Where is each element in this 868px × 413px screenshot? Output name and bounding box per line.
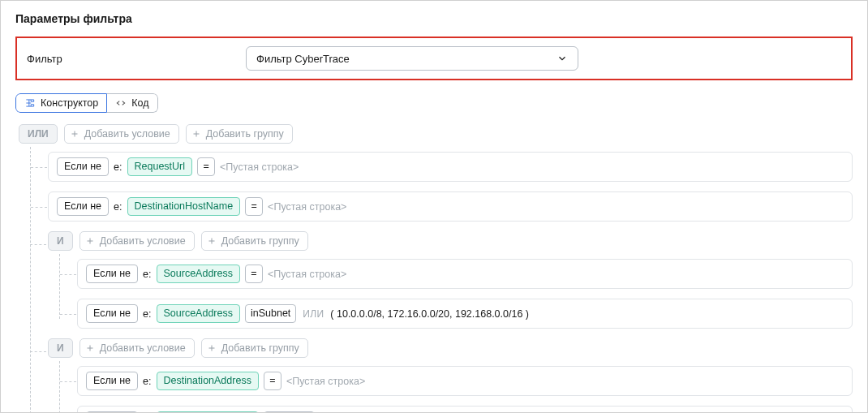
operator-chip[interactable]: = (197, 157, 215, 176)
condition-row[interactable]: Если неe:SourceAddressinSubnetИЛИ( 10.0.… (77, 299, 853, 329)
logic-chip[interactable]: И (48, 338, 73, 358)
rules-container: Если неe:DestinationAddress=<Пустая стро… (48, 366, 853, 413)
if-not-chip[interactable]: Если не (57, 157, 109, 176)
if-not-chip[interactable]: Если не (86, 265, 138, 283)
group-header: ИДобавить условиеДобавить группу (48, 338, 853, 358)
chevron-down-icon (556, 53, 568, 64)
add-condition-button[interactable]: Добавить условие (64, 124, 179, 144)
field-chip[interactable]: SourceAddress (157, 304, 240, 323)
add-group-button[interactable]: Добавить группу (201, 338, 308, 358)
plus-icon (70, 129, 79, 139)
logic-chip[interactable]: ИЛИ (19, 124, 58, 144)
empty-value-placeholder: <Пустая строка> (220, 161, 299, 173)
if-not-chip[interactable]: Если не (57, 197, 109, 216)
add-group-button[interactable]: Добавить группу (201, 231, 308, 251)
operator-chip[interactable]: = (245, 197, 263, 216)
tab-constructor[interactable]: Конструктор (15, 93, 107, 113)
rule-builder: ИЛИДобавить условиеДобавить группуЕсли н… (15, 124, 853, 413)
e-label: e: (114, 161, 122, 173)
tree-icon (24, 97, 36, 109)
field-chip[interactable]: SourceAddress (157, 265, 240, 283)
field-chip[interactable]: RequestUrl (127, 157, 193, 176)
operator-chip[interactable]: = (264, 372, 281, 390)
e-label: e: (143, 376, 151, 387)
add-condition-label: Добавить условие (100, 342, 186, 354)
rules-container: Если неe:RequestUrl=<Пустая строка>Если … (19, 152, 853, 413)
filter-select[interactable]: Фильтр CyberTrace (246, 46, 578, 71)
group-header: ИЛИДобавить условиеДобавить группу (19, 124, 853, 144)
filter-select-highlight: Фильтр Фильтр CyberTrace (15, 37, 853, 80)
condition-row[interactable]: Если неe:SourceAddress=<Пустая строка> (77, 259, 853, 289)
condition-row[interactable]: Если неe:DestinationAddressinSubnetИЛИ( … (77, 406, 853, 413)
filter-select-value: Фильтр CyberTrace (256, 53, 350, 65)
operator-chip[interactable]: = (245, 265, 263, 283)
tab-code-label: Код (131, 97, 148, 109)
tab-code[interactable]: Код (107, 93, 157, 113)
plus-icon (85, 343, 95, 353)
operator-chip[interactable]: inSubnet (245, 304, 296, 323)
add-group-label: Добавить группу (206, 128, 284, 140)
condition-group: ИДобавить условиеДобавить группуЕсли неe… (48, 231, 853, 329)
filter-params-panel: Параметры фильтра Фильтр Фильтр CyberTra… (0, 0, 868, 413)
add-group-label: Добавить группу (221, 342, 299, 354)
add-condition-label: Добавить условие (84, 128, 170, 140)
if-not-chip[interactable]: Если не (86, 372, 138, 390)
add-condition-button[interactable]: Добавить условие (79, 231, 195, 251)
field-chip[interactable]: DestinationAddress (157, 372, 259, 390)
condition-row[interactable]: Если неe:DestinationHostName=<Пустая стр… (48, 191, 853, 222)
plus-icon (85, 236, 95, 246)
condition-group: ИДобавить условиеДобавить группуЕсли неe… (48, 338, 853, 413)
add-condition-label: Добавить условие (100, 235, 186, 247)
plus-icon (191, 129, 201, 139)
logic-chip[interactable]: И (48, 231, 73, 251)
add-condition-button[interactable]: Добавить условие (79, 338, 195, 358)
code-icon (115, 97, 127, 109)
add-group-label: Добавить группу (221, 235, 299, 247)
rules-container: Если неe:SourceAddress=<Пустая строка>Ес… (48, 259, 853, 329)
filter-field-label: Фильтр (27, 53, 213, 65)
field-chip[interactable]: DestinationHostName (127, 197, 241, 216)
e-label: e: (143, 308, 151, 320)
if-not-chip[interactable]: Если не (86, 304, 138, 323)
e-label: e: (143, 269, 151, 280)
condition-row[interactable]: Если неe:RequestUrl=<Пустая строка> (48, 152, 853, 182)
tab-constructor-label: Конструктор (41, 97, 98, 109)
group-header: ИДобавить условиеДобавить группу (48, 231, 853, 251)
empty-value-placeholder: <Пустая строка> (286, 376, 365, 387)
value-text: ( 10.0.0.0/8, 172.16.0.0/20, 192.168.0.0… (330, 308, 529, 320)
empty-value-placeholder: <Пустая строка> (268, 269, 346, 280)
empty-value-placeholder: <Пустая строка> (268, 201, 346, 213)
condition-row[interactable]: Если неe:DestinationAddress=<Пустая стро… (77, 366, 853, 396)
section-title: Параметры фильтра (15, 12, 853, 25)
mode-tabs: Конструктор Код (15, 93, 158, 113)
e-label: e: (114, 201, 122, 213)
plus-icon (207, 343, 217, 353)
or-inline-label: ИЛИ (303, 308, 324, 320)
plus-icon (207, 236, 217, 246)
add-group-button[interactable]: Добавить группу (186, 124, 293, 144)
